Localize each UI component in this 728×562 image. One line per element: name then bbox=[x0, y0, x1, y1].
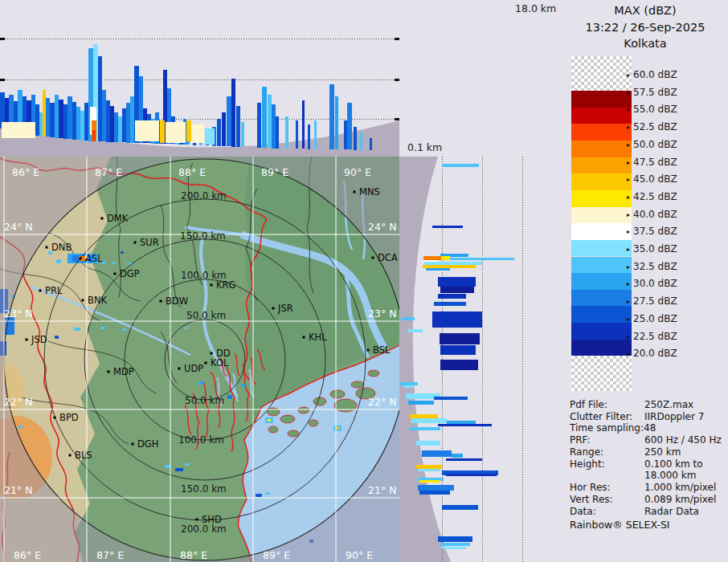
info-row-value: 250 km bbox=[644, 446, 681, 458]
station-label-mns: MNS bbox=[359, 186, 380, 198]
map-echo bbox=[198, 381, 203, 385]
legend-color-band bbox=[571, 190, 632, 207]
echo-column bbox=[302, 100, 305, 149]
station-marker bbox=[272, 307, 275, 310]
echo-column bbox=[276, 116, 279, 149]
echo-column bbox=[257, 103, 261, 148]
station-marker bbox=[80, 258, 82, 260]
echo-row bbox=[432, 312, 482, 328]
map-echo bbox=[74, 328, 80, 331]
station-marker bbox=[303, 336, 305, 339]
map-echo bbox=[241, 384, 245, 387]
height-axis-max-label: 18.0 km bbox=[515, 2, 556, 14]
map-echo bbox=[227, 395, 232, 399]
info-row-label: Data: bbox=[570, 506, 596, 517]
station-label-dca: DCA bbox=[378, 252, 398, 263]
legend-color-band bbox=[571, 108, 632, 124]
threshold-arrow-icon: ▸ bbox=[627, 141, 630, 149]
echo-row bbox=[432, 226, 463, 228]
legend-color-band bbox=[571, 257, 632, 274]
range-ring-label: 100.0 km bbox=[178, 434, 224, 446]
threshold-arrow-icon: ▸ bbox=[627, 106, 630, 113]
info-row-value: 600 Hz / 450 Hz bbox=[644, 434, 722, 446]
map-echo bbox=[122, 328, 126, 331]
echo-column bbox=[354, 127, 357, 150]
echo-column bbox=[135, 120, 159, 141]
echo-column bbox=[205, 128, 215, 145]
info-row-value: 0.089 km/pixel bbox=[644, 494, 716, 505]
info-row-value: 1.000 km/pixel bbox=[644, 482, 716, 493]
threshold-arrow-icon: ▸ bbox=[627, 71, 630, 79]
threshold-arrow-icon: ▸ bbox=[627, 280, 630, 287]
echo-column bbox=[92, 130, 96, 141]
color-scale-legend: MAX (dBZ) 13:22 / 26-Sep-2025 Kolkata ▸6… bbox=[562, 0, 728, 562]
threshold-arrow-icon: ▸ bbox=[627, 246, 630, 253]
station-label-khl: KHL bbox=[309, 332, 327, 343]
threshold-arrow-icon: ▸ bbox=[627, 211, 630, 218]
echo-row bbox=[438, 277, 476, 287]
echo-row bbox=[446, 474, 497, 476]
longitude-label-top: 90° E bbox=[344, 166, 371, 178]
threshold-arrow-icon: ▸ bbox=[627, 263, 630, 271]
legend-threshold-label: ▸52.5 dBZ bbox=[627, 121, 677, 132]
legend-color-band bbox=[571, 290, 632, 307]
range-ring-label: 200.0 km bbox=[181, 523, 227, 535]
station-marker bbox=[39, 290, 42, 292]
station-label-dmk: DMK bbox=[107, 213, 129, 224]
map-echo bbox=[112, 262, 116, 264]
legend-threshold-label: ▸37.5 dBZ bbox=[627, 226, 677, 237]
legend-color-band bbox=[571, 240, 632, 257]
map-echo bbox=[336, 427, 339, 430]
threshold-arrow-icon: ▸ bbox=[627, 298, 630, 305]
legend-color-band bbox=[571, 173, 632, 190]
station-marker bbox=[69, 454, 72, 457]
info-row-value: 18.000 km bbox=[644, 470, 696, 481]
echo-column bbox=[231, 79, 235, 147]
threshold-arrow-icon: ▸ bbox=[627, 228, 630, 235]
station-label-bls: BLS bbox=[75, 450, 92, 461]
station-label-udp: UDP bbox=[184, 363, 203, 374]
echo-column bbox=[329, 84, 334, 149]
station-label-bpd: BPD bbox=[59, 412, 79, 423]
echo-row bbox=[411, 418, 447, 423]
map-echo bbox=[18, 426, 22, 429]
echo-row bbox=[452, 454, 463, 458]
station-label-mdp: MDP bbox=[113, 366, 134, 377]
latitude-label-left: 24° N bbox=[4, 221, 32, 233]
legend-threshold-label: ▸40.0 dBZ bbox=[627, 209, 677, 220]
height-gridline bbox=[522, 157, 523, 562]
echo-row bbox=[440, 543, 470, 546]
latitude-label-right: 21° N bbox=[368, 484, 396, 496]
legend-threshold-label: ▸55.0 dBZ bbox=[627, 104, 677, 115]
echo-row bbox=[450, 258, 514, 260]
axis-tick bbox=[0, 79, 5, 81]
echo-column bbox=[347, 103, 352, 149]
threshold-arrow-icon: ▸ bbox=[627, 124, 630, 131]
station-marker bbox=[108, 371, 110, 373]
range-ring-label: 50.0 km bbox=[186, 310, 226, 321]
info-row-value: 0.100 km to bbox=[644, 458, 703, 470]
station-marker bbox=[82, 299, 84, 302]
echo-row bbox=[434, 302, 466, 306]
map-echo bbox=[100, 327, 105, 329]
echo-row bbox=[442, 505, 478, 510]
legend-site: Kolkata bbox=[562, 37, 728, 50]
legend-color-band bbox=[571, 91, 632, 108]
info-row: Time sampling:48 bbox=[570, 422, 656, 434]
legend-threshold-label: ▸35.0 dBZ bbox=[627, 243, 677, 255]
legend-color-band bbox=[571, 323, 632, 340]
radar-application-window: 18.0 km 0.1 km bbox=[0, 0, 728, 562]
axis-tick bbox=[0, 38, 5, 40]
echo-row bbox=[441, 256, 450, 260]
threshold-arrow-icon: ▸ bbox=[627, 89, 630, 96]
echo-row bbox=[408, 401, 434, 405]
legend-threshold-label: ▸60.0 dBZ bbox=[627, 69, 677, 80]
echo-column bbox=[335, 96, 338, 149]
echo-row bbox=[442, 547, 466, 549]
longitude-label-top: 88° E bbox=[178, 166, 206, 178]
legend-threshold-label: ▸25.0 dBZ bbox=[627, 313, 677, 324]
echo-row bbox=[438, 536, 472, 542]
map-echo bbox=[56, 259, 61, 263]
height-gridline bbox=[0, 79, 399, 80]
station-label-prl: PRL bbox=[45, 285, 63, 296]
